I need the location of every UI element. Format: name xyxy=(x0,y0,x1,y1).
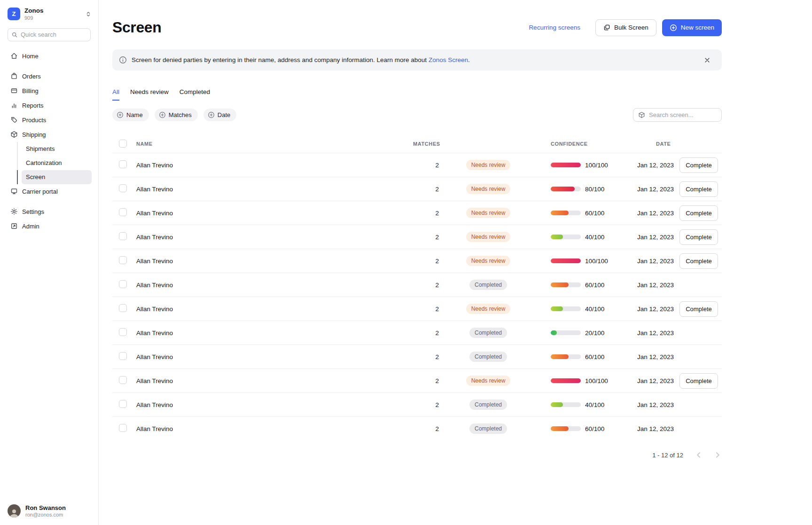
row-matches: 2 xyxy=(413,306,439,313)
status-badge: Needs review xyxy=(466,376,511,386)
home-icon xyxy=(10,52,18,60)
user-profile[interactable]: Ron Swanson ron@zonos.com xyxy=(0,497,98,525)
chevron-right-icon[interactable] xyxy=(713,451,722,459)
sidebar-item-shipments[interactable]: Shipments xyxy=(17,142,92,156)
confidence-bar-fill xyxy=(551,163,581,167)
confidence-bar xyxy=(551,187,581,191)
status-badge: Completed xyxy=(469,280,507,290)
sidebar-item-screen[interactable]: Screen xyxy=(17,170,92,184)
row-checkbox[interactable] xyxy=(119,352,127,360)
row-name: Allan Trevino xyxy=(135,210,413,217)
sidebar-item-admin[interactable]: Admin xyxy=(7,219,92,234)
sidebar-item-settings[interactable]: Settings xyxy=(7,204,92,219)
chevron-left-icon[interactable] xyxy=(695,451,703,459)
sidebar-item-orders[interactable]: Orders xyxy=(7,69,92,84)
row-checkbox[interactable] xyxy=(119,208,127,216)
filter-chip-date[interactable]: Date xyxy=(203,109,236,121)
table-row: Allan Trevino 2 Needs review 100/100 Jan… xyxy=(112,368,722,392)
table-row: Allan Trevino 2 Completed 60/100 Jan 12,… xyxy=(112,273,722,297)
status-badge: Needs review xyxy=(466,208,511,218)
row-checkbox[interactable] xyxy=(119,304,127,312)
sidebar-item-label: Shipping xyxy=(22,131,46,138)
confidence-label: 80/100 xyxy=(585,186,604,193)
org-switcher[interactable]: Z Zonos 909 xyxy=(0,0,98,24)
table-row: Allan Trevino 2 Completed 60/100 Jan 12,… xyxy=(112,416,722,440)
sidebar-item-home[interactable]: Home xyxy=(7,49,92,63)
row-checkbox[interactable] xyxy=(119,376,127,384)
row-date: Jan 12, 2023 xyxy=(636,186,679,193)
table-row: Allan Trevino 2 Needs review 100/100 Jan… xyxy=(112,249,722,273)
tab-all[interactable]: All xyxy=(112,88,119,101)
sidebar-item-reports[interactable]: Reports xyxy=(7,98,92,113)
page-title: Screen xyxy=(112,19,161,36)
status-badge: Completed xyxy=(469,400,507,410)
zonos-screen-link[interactable]: Zonos Screen xyxy=(429,56,468,63)
row-name: Allan Trevino xyxy=(135,306,413,313)
settings-icon xyxy=(10,208,18,215)
quick-search-input[interactable] xyxy=(8,28,91,41)
row-checkbox[interactable] xyxy=(119,400,127,408)
complete-button[interactable]: Complete xyxy=(679,205,718,221)
row-date: Jan 12, 2023 xyxy=(636,282,679,289)
plus-circle-icon xyxy=(208,111,215,118)
row-checkbox[interactable] xyxy=(119,328,127,336)
select-all-checkbox[interactable] xyxy=(119,140,127,148)
close-icon[interactable] xyxy=(703,56,711,64)
cube-icon xyxy=(638,111,645,118)
column-header-date: DATE xyxy=(636,141,679,147)
sidebar-item-products[interactable]: Products xyxy=(7,113,92,127)
sidebar-item-billing[interactable]: Billing xyxy=(7,84,92,98)
row-name: Allan Trevino xyxy=(135,401,413,408)
filter-chip-matches[interactable]: Matches xyxy=(155,109,198,121)
sidebar-item-carrier-portal[interactable]: Carrier portal xyxy=(7,184,92,199)
sidebar-item-label: Products xyxy=(22,117,46,124)
complete-button[interactable]: Complete xyxy=(679,229,718,245)
confidence-bar-fill xyxy=(551,330,557,335)
filter-chip-name[interactable]: Name xyxy=(112,109,149,121)
confidence-bar-fill xyxy=(551,211,569,215)
complete-button[interactable]: Complete xyxy=(679,373,718,389)
row-matches: 2 xyxy=(413,186,439,193)
row-date: Jan 12, 2023 xyxy=(636,329,679,337)
row-checkbox[interactable] xyxy=(119,280,127,288)
row-date: Jan 12, 2023 xyxy=(636,162,679,169)
pagination: 1 - 12 of 12 xyxy=(112,451,722,478)
row-checkbox[interactable] xyxy=(119,160,127,168)
sidebar-item-shipping[interactable]: Shipping xyxy=(7,127,92,142)
bulk-screen-button[interactable]: Bulk Screen xyxy=(595,19,656,36)
tab-completed[interactable]: Completed xyxy=(180,88,210,101)
row-checkbox[interactable] xyxy=(119,232,127,240)
confidence-label: 60/100 xyxy=(585,210,604,217)
row-checkbox[interactable] xyxy=(119,256,127,264)
org-logo: Z xyxy=(8,8,20,20)
table-body: Allan Trevino 2 Needs review 100/100 Jan… xyxy=(112,153,722,440)
admin-icon xyxy=(10,222,18,230)
confidence-label: 100/100 xyxy=(585,258,608,265)
complete-button[interactable]: Complete xyxy=(679,253,718,269)
info-banner: Screen for denied parties by entering in… xyxy=(112,49,722,71)
complete-button[interactable]: Complete xyxy=(679,181,718,197)
tab-bar: All Needs review Completed xyxy=(112,88,722,101)
column-header-name: NAME xyxy=(135,141,413,147)
row-name: Allan Trevino xyxy=(135,353,413,360)
complete-button[interactable]: Complete xyxy=(679,157,718,173)
avatar xyxy=(8,504,21,517)
new-screen-button[interactable]: New screen xyxy=(662,19,722,36)
row-checkbox[interactable] xyxy=(119,184,127,192)
confidence-bar xyxy=(551,402,581,407)
row-matches: 2 xyxy=(413,377,439,384)
sidebar-item-label: Home xyxy=(22,53,39,60)
status-badge: Completed xyxy=(469,352,507,362)
confidence-bar-fill xyxy=(551,259,581,263)
sidebar: Z Zonos 909 Home Orders Billing xyxy=(0,0,99,525)
recurring-screens-link[interactable]: Recurring screens xyxy=(529,24,580,31)
screen-search-input[interactable] xyxy=(633,108,722,122)
complete-button[interactable]: Complete xyxy=(679,301,718,317)
row-matches: 2 xyxy=(413,353,439,360)
row-date: Jan 12, 2023 xyxy=(636,377,679,384)
tab-needs-review[interactable]: Needs review xyxy=(130,88,169,101)
sidebar-item-label: Cartonization xyxy=(26,159,62,166)
sidebar-item-cartonization[interactable]: Cartonization xyxy=(17,156,92,170)
table-row: Allan Trevino 2 Needs review 100/100 Jan… xyxy=(112,153,722,177)
row-checkbox[interactable] xyxy=(119,424,127,432)
